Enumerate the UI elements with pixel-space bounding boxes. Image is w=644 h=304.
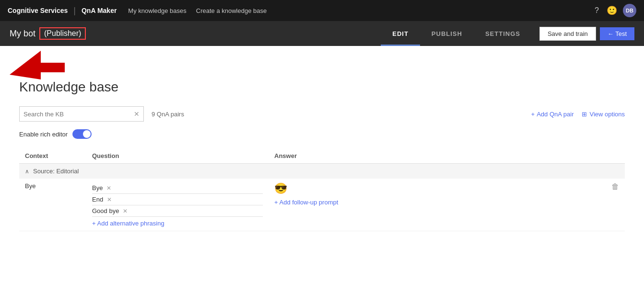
rich-editor-row: Enable rich editor [19, 129, 625, 139]
column-header-actions [596, 148, 625, 164]
app-name-label: QnA Maker [82, 7, 117, 14]
feedback-icon[interactable]: 🙂 [607, 5, 617, 16]
rich-editor-label: Enable rich editor [19, 131, 68, 138]
actions-cell: 🗑 [596, 179, 625, 231]
toolbar: ✕ 9 QnA pairs + Add QnA pair ⊞ View opti… [19, 106, 625, 122]
page-title: Knowledge base [19, 79, 625, 95]
view-options-button[interactable]: ⊞ View options [582, 111, 625, 118]
svg-marker-0 [10, 51, 65, 79]
tab-bar: EDIT PUBLISH SETTINGS [381, 21, 532, 46]
add-followup-label: + Add follow-up prompt [274, 199, 338, 206]
question-item-end: End ✕ [92, 194, 263, 205]
source-toggle[interactable]: ∧ Source: Editorial [25, 168, 619, 175]
help-icon[interactable]: ? [595, 6, 599, 15]
answer-emoji: 😎 [274, 182, 590, 195]
red-arrow-annotation [2, 46, 70, 79]
column-header-question: Question [86, 148, 269, 164]
column-header-context: Context [19, 148, 86, 164]
source-cell: ∧ Source: Editorial [19, 164, 625, 179]
search-input[interactable] [23, 111, 134, 118]
tab-settings[interactable]: SETTINGS [474, 21, 532, 46]
test-button[interactable]: ← Test [600, 27, 634, 40]
source-row: ∧ Source: Editorial [19, 164, 625, 179]
question-cell: Bye ✕ End ✕ Good bye ✕ + Add alternative… [86, 179, 269, 231]
add-qna-pair-button[interactable]: + Add QnA pair [531, 111, 574, 118]
qna-pairs-count: 9 QnA pairs [152, 111, 184, 118]
clear-search-icon[interactable]: ✕ [134, 110, 140, 118]
question-item-bye: Bye ✕ [92, 182, 263, 194]
context-cell: Bye [19, 179, 86, 231]
rich-editor-toggle[interactable] [72, 129, 92, 139]
remove-question-bye-icon[interactable]: ✕ [106, 185, 111, 191]
question-text-end: End [92, 196, 103, 203]
header-actions: Save and train ← Test [539, 21, 634, 46]
my-knowledge-bases-link[interactable]: My knowledge bases [128, 7, 186, 14]
add-qna-label: Add QnA pair [537, 111, 574, 118]
bot-name-label: My bot [10, 29, 35, 39]
remove-question-goodbye-icon[interactable]: ✕ [123, 208, 128, 214]
column-header-answer: Answer [269, 148, 596, 164]
save-and-train-button[interactable]: Save and train [539, 27, 596, 41]
view-options-label: View options [590, 111, 625, 118]
create-knowledge-base-link[interactable]: Create a knowledge base [196, 7, 267, 14]
toolbar-right: + Add QnA pair ⊞ View options [531, 111, 625, 118]
plus-icon: + [531, 111, 535, 118]
view-options-icon: ⊞ [582, 111, 587, 118]
chevron-up-icon: ∧ [25, 168, 29, 175]
annotation-arrow-container [0, 46, 644, 79]
context-value: Bye [25, 182, 35, 190]
delete-row-icon[interactable]: 🗑 [611, 182, 619, 191]
question-text-bye: Bye [92, 184, 103, 191]
add-followup-prompt-button[interactable]: + Add follow-up prompt [274, 199, 590, 206]
kb-table: Context Question Answer ∧ Source: Editor… [19, 148, 625, 231]
user-avatar[interactable]: DB [623, 4, 636, 17]
nav-divider: | [73, 6, 76, 16]
add-phrase-label: + Add alternative phrasing [92, 220, 164, 227]
table-row: Bye Bye ✕ End ✕ Good bye ✕ [19, 179, 625, 231]
source-label: Source: Editorial [33, 168, 79, 175]
answer-cell: 😎 + Add follow-up prompt [269, 179, 596, 231]
publisher-badge: (Publisher) [39, 27, 86, 40]
table-header-row: Context Question Answer [19, 148, 625, 164]
tab-publish[interactable]: PUBLISH [420, 21, 474, 46]
search-box[interactable]: ✕ [19, 106, 144, 122]
sub-header: My bot (Publisher) EDIT PUBLISH SETTINGS… [0, 21, 644, 46]
main-content: Knowledge base ✕ 9 QnA pairs + Add QnA p… [0, 79, 644, 241]
top-navigation: Cognitive Services | QnA Maker My knowle… [0, 0, 644, 21]
question-text-goodbye: Good bye [92, 207, 119, 214]
tab-edit[interactable]: EDIT [381, 21, 420, 46]
remove-question-end-icon[interactable]: ✕ [107, 196, 112, 203]
bot-title-container: My bot (Publisher) [10, 21, 86, 46]
question-item-goodbye: Good bye ✕ [92, 205, 263, 217]
add-alternative-phrasing-button[interactable]: + Add alternative phrasing [92, 220, 263, 227]
brand-label: Cognitive Services [8, 7, 68, 14]
